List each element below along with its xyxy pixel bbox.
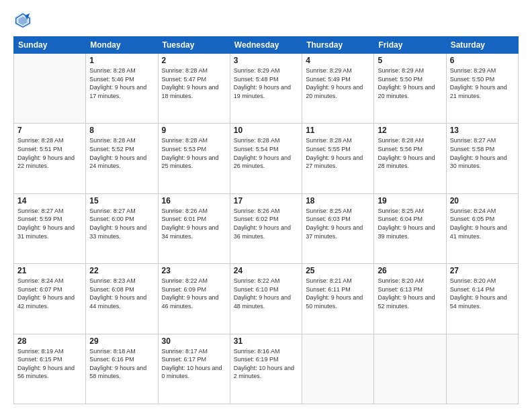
day-info: Sunrise: 8:28 AM Sunset: 5:52 PM Dayligh… bbox=[89, 136, 154, 170]
day-info: Sunrise: 8:24 AM Sunset: 6:05 PM Dayligh… bbox=[450, 207, 515, 240]
daylight-text: Daylight: 9 hours and 52 minutes. bbox=[378, 293, 442, 310]
sunrise-text: Sunrise: 8:28 AM bbox=[234, 136, 298, 145]
sunrise-text: Sunrise: 8:20 AM bbox=[378, 277, 442, 285]
sunrise-text: Sunrise: 8:24 AM bbox=[450, 207, 515, 216]
day-info: Sunrise: 8:28 AM Sunset: 5:47 PM Dayligh… bbox=[162, 66, 226, 100]
sunset-text: Sunset: 6:04 PM bbox=[378, 215, 442, 224]
day-info: Sunrise: 8:29 AM Sunset: 5:49 PM Dayligh… bbox=[306, 66, 370, 100]
sunrise-text: Sunrise: 8:25 AM bbox=[306, 207, 370, 216]
daylight-text: Daylight: 9 hours and 41 minutes. bbox=[450, 224, 515, 240]
day-number: 20 bbox=[450, 196, 515, 205]
day-number: 15 bbox=[89, 196, 154, 205]
sunset-text: Sunset: 5:56 PM bbox=[378, 145, 442, 154]
calendar-cell: 27 Sunrise: 8:20 AM Sunset: 6:14 PM Dayl… bbox=[446, 264, 518, 334]
day-info: Sunrise: 8:27 AM Sunset: 5:59 PM Dayligh… bbox=[17, 207, 82, 240]
sunrise-text: Sunrise: 8:19 AM bbox=[17, 347, 82, 356]
sunset-text: Sunset: 5:55 PM bbox=[306, 145, 370, 154]
daylight-text: Daylight: 9 hours and 17 minutes. bbox=[89, 83, 154, 100]
calendar-cell: 14 Sunrise: 8:27 AM Sunset: 5:59 PM Dayl… bbox=[14, 193, 86, 263]
calendar-cell: 11 Sunrise: 8:28 AM Sunset: 5:55 PM Dayl… bbox=[302, 124, 374, 193]
calendar-table: Sunday Monday Tuesday Wednesday Thursday… bbox=[13, 36, 519, 404]
calendar-cell: 9 Sunrise: 8:28 AM Sunset: 5:53 PM Dayli… bbox=[158, 124, 230, 193]
day-info: Sunrise: 8:28 AM Sunset: 5:46 PM Dayligh… bbox=[89, 66, 154, 100]
day-info: Sunrise: 8:21 AM Sunset: 6:11 PM Dayligh… bbox=[306, 277, 370, 310]
sunrise-text: Sunrise: 8:23 AM bbox=[89, 277, 154, 285]
day-info: Sunrise: 8:28 AM Sunset: 5:51 PM Dayligh… bbox=[17, 136, 82, 170]
calendar-cell: 2 Sunrise: 8:28 AM Sunset: 5:47 PM Dayli… bbox=[158, 54, 230, 124]
daylight-text: Daylight: 9 hours and 19 minutes. bbox=[234, 83, 298, 100]
day-info: Sunrise: 8:26 AM Sunset: 6:02 PM Dayligh… bbox=[234, 207, 298, 240]
day-number: 11 bbox=[306, 126, 370, 135]
sunset-text: Sunset: 6:03 PM bbox=[306, 215, 370, 224]
sunrise-text: Sunrise: 8:29 AM bbox=[234, 66, 298, 75]
day-info: Sunrise: 8:25 AM Sunset: 6:03 PM Dayligh… bbox=[306, 207, 370, 240]
day-info: Sunrise: 8:28 AM Sunset: 5:56 PM Dayligh… bbox=[378, 136, 442, 170]
daylight-text: Daylight: 10 hours and 0 minutes. bbox=[162, 364, 226, 381]
day-info: Sunrise: 8:27 AM Sunset: 6:00 PM Dayligh… bbox=[89, 207, 154, 240]
day-info: Sunrise: 8:24 AM Sunset: 6:07 PM Dayligh… bbox=[17, 277, 82, 310]
week-row-3: 14 Sunrise: 8:27 AM Sunset: 5:59 PM Dayl… bbox=[14, 193, 519, 263]
calendar-cell: 1 Sunrise: 8:28 AM Sunset: 5:46 PM Dayli… bbox=[86, 54, 158, 124]
sunset-text: Sunset: 5:50 PM bbox=[450, 75, 515, 84]
daylight-text: Daylight: 9 hours and 50 minutes. bbox=[306, 293, 370, 310]
day-number: 29 bbox=[89, 336, 154, 346]
day-number: 30 bbox=[162, 336, 226, 346]
sunset-text: Sunset: 6:11 PM bbox=[306, 285, 370, 294]
daylight-text: Daylight: 9 hours and 58 minutes. bbox=[89, 364, 154, 381]
daylight-text: Daylight: 9 hours and 44 minutes. bbox=[89, 293, 154, 310]
sunrise-text: Sunrise: 8:29 AM bbox=[378, 66, 442, 75]
sunrise-text: Sunrise: 8:28 AM bbox=[162, 136, 226, 145]
sunrise-text: Sunrise: 8:24 AM bbox=[17, 277, 82, 285]
sunrise-text: Sunrise: 8:21 AM bbox=[306, 277, 370, 285]
day-info: Sunrise: 8:25 AM Sunset: 6:04 PM Dayligh… bbox=[378, 207, 442, 240]
day-info: Sunrise: 8:16 AM Sunset: 6:19 PM Dayligh… bbox=[234, 347, 298, 381]
col-monday: Monday bbox=[86, 37, 158, 54]
sunset-text: Sunset: 6:15 PM bbox=[17, 355, 82, 364]
sunrise-text: Sunrise: 8:27 AM bbox=[89, 207, 154, 216]
day-number: 21 bbox=[17, 266, 82, 275]
day-number: 16 bbox=[162, 196, 226, 205]
sunset-text: Sunset: 6:01 PM bbox=[162, 215, 226, 224]
calendar-cell: 7 Sunrise: 8:28 AM Sunset: 5:51 PM Dayli… bbox=[14, 124, 86, 193]
day-number: 3 bbox=[234, 56, 298, 65]
day-number: 31 bbox=[234, 336, 298, 346]
day-header-row: Sunday Monday Tuesday Wednesday Thursday… bbox=[14, 37, 519, 54]
sunset-text: Sunset: 6:08 PM bbox=[89, 285, 154, 294]
calendar-cell: 8 Sunrise: 8:28 AM Sunset: 5:52 PM Dayli… bbox=[86, 124, 158, 193]
sunset-text: Sunset: 6:14 PM bbox=[450, 285, 515, 294]
sunset-text: Sunset: 6:02 PM bbox=[234, 215, 298, 224]
day-number: 1 bbox=[89, 56, 154, 65]
calendar-cell: 21 Sunrise: 8:24 AM Sunset: 6:07 PM Dayl… bbox=[14, 264, 86, 334]
sunset-text: Sunset: 5:50 PM bbox=[378, 75, 442, 84]
sunset-text: Sunset: 6:07 PM bbox=[17, 285, 82, 294]
day-number: 18 bbox=[306, 196, 370, 205]
day-info: Sunrise: 8:29 AM Sunset: 5:50 PM Dayligh… bbox=[450, 66, 515, 100]
calendar-cell: 6 Sunrise: 8:29 AM Sunset: 5:50 PM Dayli… bbox=[446, 54, 518, 124]
sunset-text: Sunset: 5:59 PM bbox=[17, 215, 82, 224]
col-thursday: Thursday bbox=[302, 37, 374, 54]
day-info: Sunrise: 8:29 AM Sunset: 5:48 PM Dayligh… bbox=[234, 66, 298, 100]
sunset-text: Sunset: 5:47 PM bbox=[162, 75, 226, 84]
col-friday: Friday bbox=[374, 37, 446, 54]
sunset-text: Sunset: 5:51 PM bbox=[17, 145, 82, 154]
calendar-cell: 23 Sunrise: 8:22 AM Sunset: 6:09 PM Dayl… bbox=[158, 264, 230, 334]
daylight-text: Daylight: 9 hours and 37 minutes. bbox=[306, 224, 370, 240]
day-number: 17 bbox=[234, 196, 298, 205]
day-info: Sunrise: 8:22 AM Sunset: 6:10 PM Dayligh… bbox=[234, 277, 298, 310]
day-number: 14 bbox=[17, 196, 82, 205]
calendar-cell bbox=[374, 334, 446, 404]
sunset-text: Sunset: 5:54 PM bbox=[234, 145, 298, 154]
sunset-text: Sunset: 5:58 PM bbox=[450, 145, 515, 154]
day-number: 6 bbox=[450, 56, 515, 65]
calendar-cell: 4 Sunrise: 8:29 AM Sunset: 5:49 PM Dayli… bbox=[302, 54, 374, 124]
day-number: 9 bbox=[162, 126, 226, 135]
calendar-cell: 10 Sunrise: 8:28 AM Sunset: 5:54 PM Dayl… bbox=[230, 124, 302, 193]
calendar-cell bbox=[302, 334, 374, 404]
sunrise-text: Sunrise: 8:26 AM bbox=[162, 207, 226, 216]
day-number: 13 bbox=[450, 126, 515, 135]
calendar-cell: 19 Sunrise: 8:25 AM Sunset: 6:04 PM Dayl… bbox=[374, 193, 446, 263]
day-info: Sunrise: 8:17 AM Sunset: 6:17 PM Dayligh… bbox=[162, 347, 226, 381]
sunrise-text: Sunrise: 8:22 AM bbox=[234, 277, 298, 285]
day-info: Sunrise: 8:28 AM Sunset: 5:53 PM Dayligh… bbox=[162, 136, 226, 170]
daylight-text: Daylight: 9 hours and 56 minutes. bbox=[17, 364, 82, 381]
